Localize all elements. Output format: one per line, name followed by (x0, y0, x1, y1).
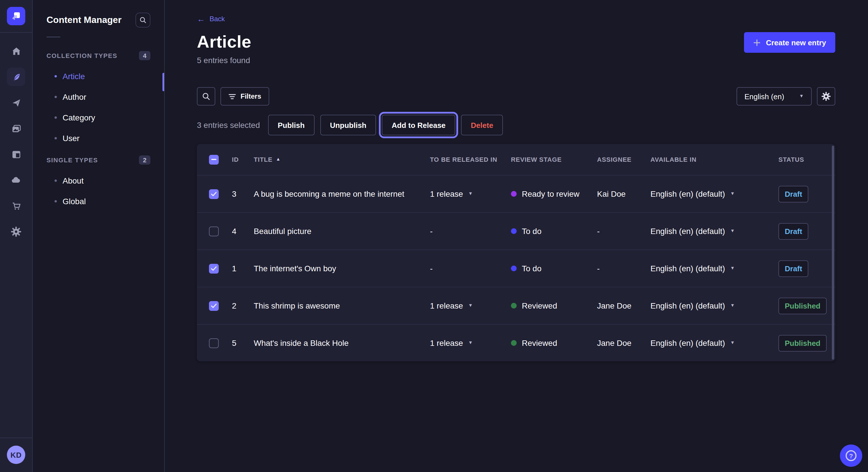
sidebar-item-about[interactable]: About (46, 170, 150, 191)
locale-dropdown[interactable]: English (en) (default) ▼ (650, 338, 778, 347)
review-stage-cell: Reviewed (511, 338, 597, 347)
stage-dot (511, 266, 517, 271)
table-row[interactable]: 3 A bug is becoming a meme on the intern… (197, 175, 835, 212)
back-link[interactable]: ← Back (197, 15, 225, 23)
row-checkbox[interactable] (209, 264, 219, 273)
filters-label: Filters (241, 92, 261, 100)
release-dropdown[interactable]: - ▼ (430, 227, 511, 236)
delete-button[interactable]: Delete (461, 115, 503, 135)
subnav-title: Content Manager (46, 15, 121, 25)
row-id: 2 (232, 301, 254, 310)
column-header-release: TO BE RELEASED IN (430, 156, 511, 163)
table-search-button[interactable] (197, 87, 215, 105)
sidebar-item-article[interactable]: Article (46, 66, 150, 87)
view-settings-button[interactable] (817, 87, 835, 105)
status-badge: Published (778, 335, 827, 351)
sidebar-item-category[interactable]: Category (46, 107, 150, 128)
bullet-icon (55, 137, 57, 139)
images-icon (11, 124, 21, 133)
table-scrollbar[interactable] (832, 146, 834, 360)
chevron-down-icon: ▼ (730, 266, 735, 271)
nav-content-manager-button[interactable] (7, 68, 25, 86)
bullet-icon (55, 200, 57, 202)
select-all-checkbox[interactable] (209, 155, 219, 164)
main-nav-rail: KD (0, 0, 33, 472)
column-header-id: ID (232, 156, 254, 163)
sidebar-item-global[interactable]: Global (46, 191, 150, 212)
stage-label: To do (522, 264, 541, 273)
row-title: A bug is becoming a meme on the internet (254, 189, 430, 198)
gear-icon (11, 227, 21, 237)
release-value: 1 release (430, 189, 463, 198)
publish-button[interactable]: Publish (268, 115, 314, 135)
row-assignee: - (597, 264, 650, 273)
help-button[interactable]: ? (840, 444, 862, 467)
strapi-logo[interactable] (7, 7, 25, 25)
gear-icon (822, 92, 831, 101)
single-types-count-badge: 2 (139, 156, 150, 165)
row-checkbox[interactable] (209, 338, 219, 348)
chevron-down-icon: ▼ (730, 341, 735, 345)
row-checkbox[interactable] (209, 301, 219, 310)
row-checkbox[interactable] (209, 226, 219, 236)
table-row[interactable]: 5 What's inside a Black Hole 1 release ▼… (197, 324, 835, 361)
row-assignee: Kai Doe (597, 189, 650, 198)
stage-dot (511, 228, 517, 234)
collection-types-label: COLLECTION TYPES (46, 52, 117, 59)
subnav-divider (46, 37, 60, 37)
release-dropdown[interactable]: 1 release ▼ (430, 338, 511, 347)
nav-marketplace-button[interactable] (7, 197, 25, 215)
chevron-down-icon: ▼ (730, 192, 735, 196)
chevron-down-icon: ▼ (468, 341, 473, 345)
table-row[interactable]: 2 This shrimp is awesome 1 release ▼ Rev… (197, 287, 835, 324)
table-row[interactable]: 1 The internet's Own boy - ▼ To do - Eng… (197, 249, 835, 287)
locale-dropdown[interactable]: English (en) (default) ▼ (650, 264, 778, 273)
bullet-icon (55, 75, 57, 77)
unpublish-button[interactable]: Unpublish (320, 115, 376, 135)
row-title: What's inside a Black Hole (254, 338, 430, 347)
collection-types-count-badge: 4 (139, 51, 150, 60)
row-assignee: Jane Doe (597, 301, 650, 310)
sidebar-item-label: Global (63, 197, 86, 206)
release-value: - (430, 227, 433, 236)
home-icon (11, 46, 21, 56)
filters-button[interactable]: Filters (220, 87, 269, 105)
sort-ascending-icon: ▲ (276, 157, 281, 162)
content-manager-subnav: Content Manager COLLECTION TYPES 4 Artic… (33, 0, 165, 472)
locale-value: English (en) (default) (650, 227, 725, 236)
locale-dropdown[interactable]: English (en) (default) ▼ (650, 227, 778, 236)
column-header-title[interactable]: TITLE ▲ (254, 156, 430, 163)
sidebar-item-user[interactable]: User (46, 128, 150, 148)
release-dropdown[interactable]: - ▼ (430, 264, 511, 273)
user-avatar[interactable]: KD (7, 446, 25, 464)
locale-dropdown[interactable]: English (en) (default) ▼ (650, 189, 778, 198)
row-checkbox[interactable] (209, 189, 219, 199)
release-dropdown[interactable]: 1 release ▼ (430, 189, 511, 198)
selection-count-label: 3 entries selected (197, 121, 260, 130)
check-icon (211, 303, 217, 308)
nav-settings-button[interactable] (7, 223, 25, 241)
review-stage-cell: Reviewed (511, 301, 597, 310)
locale-dropdown[interactable]: English (en) (default) ▼ (650, 301, 778, 310)
create-new-entry-button[interactable]: Create new entry (744, 32, 835, 53)
nav-home-button[interactable] (7, 42, 25, 60)
column-header-status: STATUS (778, 156, 835, 163)
locale-select[interactable]: English (en) ▼ (736, 87, 812, 105)
sidebar-item-label: Article (63, 72, 85, 81)
stage-label: Reviewed (522, 301, 557, 310)
nav-layout-button[interactable] (7, 145, 25, 164)
sidebar-item-author[interactable]: Author (46, 87, 150, 107)
add-to-release-button[interactable]: Add to Release (382, 115, 455, 135)
back-label: Back (210, 15, 225, 23)
nav-releases-button[interactable] (7, 94, 25, 112)
release-dropdown[interactable]: 1 release ▼ (430, 301, 511, 310)
column-header-available: AVAILABLE IN (650, 156, 778, 163)
nav-cloud-button[interactable] (7, 171, 25, 189)
nav-media-library-button[interactable] (7, 119, 25, 138)
subnav-search-button[interactable] (135, 12, 150, 28)
status-badge: Draft (778, 260, 809, 277)
table-row[interactable]: 4 Beautiful picture - ▼ To do - English … (197, 212, 835, 249)
status-badge: Draft (778, 186, 809, 202)
chevron-down-icon: ▼ (730, 229, 735, 233)
release-value: 1 release (430, 338, 463, 347)
